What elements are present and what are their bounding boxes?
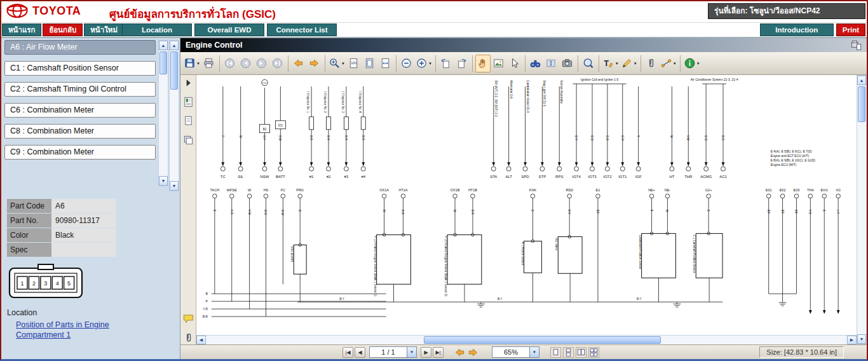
hand-button[interactable] — [475, 55, 491, 72]
back-button[interactable]: ย้อนกลับ — [43, 24, 83, 36]
overall-ewd-button[interactable]: Overall EWD — [194, 24, 264, 36]
scroll-up-button[interactable]: ▲ — [170, 41, 179, 50]
print-page-icon[interactable] — [848, 39, 864, 51]
nav-prev-button[interactable] — [238, 55, 254, 72]
svg-text:Engine ECU (M/T): Engine ECU (M/T) — [771, 163, 797, 167]
svg-text:FC: FC — [281, 188, 285, 192]
previous-page-button[interactable]: ◀ — [355, 347, 365, 358]
introduction-button[interactable]: Introduction — [760, 24, 834, 36]
svg-text:T: T — [604, 59, 609, 68]
layout-cfacing-button[interactable] — [588, 347, 599, 358]
connector-list-item[interactable]: C1 : Camshaft Position Sensor — [4, 61, 156, 76]
layout-cont-button[interactable] — [563, 347, 574, 358]
scroll-right-button[interactable]: ▶ — [847, 336, 857, 344]
nav-first-button[interactable] — [222, 55, 238, 72]
comments-panel-button[interactable] — [182, 312, 195, 325]
scroll-track[interactable] — [206, 336, 847, 344]
horizontal-scrollbar[interactable]: ◀ ▶ — [196, 335, 857, 344]
scroll-thumb[interactable] — [170, 51, 178, 90]
scroll-track[interactable] — [170, 50, 179, 181]
snapshot-button[interactable] — [491, 55, 506, 72]
pencil-button[interactable]: ▼ — [620, 55, 638, 72]
status-bar: |◀ ◀ 1 / 1 ▼ ▶ ▶| 65% ▼ Size: [42.83 * 1… — [180, 344, 867, 359]
nav-last-button[interactable] — [270, 55, 285, 72]
zoom-selector[interactable]: 65% ▼ — [492, 346, 539, 358]
svg-text:EVG: EVG — [820, 188, 828, 192]
dropdown-arrow-icon[interactable]: ▼ — [529, 347, 539, 357]
next-view-button[interactable] — [466, 346, 480, 358]
fit-page-button[interactable] — [362, 55, 377, 72]
scroll-up-button[interactable]: ▲ — [857, 76, 866, 85]
home-button[interactable]: หน้าแรก — [2, 24, 41, 36]
loupe-button[interactable] — [581, 55, 596, 72]
svg-text:B-R: B-R — [203, 315, 208, 318]
svg-text:B-Y: B-Y — [262, 135, 266, 140]
vertical-scrollbar[interactable]: ▲ ▼ — [857, 75, 867, 344]
connector-list-item[interactable]: A6 : Air Flow Meter — [4, 40, 156, 55]
svg-text:Air Conditioner System 21-3, 2: Air Conditioner System 21-3, 21-4 — [691, 78, 738, 81]
scroll-down-button[interactable]: ▼ — [857, 334, 866, 344]
fit-width-button[interactable] — [378, 55, 393, 72]
layers-panel-button[interactable] — [182, 133, 195, 147]
layout-facing-button[interactable] — [576, 347, 587, 358]
diagram-canvas[interactable]: TCPSILWNSWB-YBATTB-W#1B-R#2B-R#3B-R#4B-R… — [196, 75, 857, 344]
scroll-left-button[interactable]: ◀ — [196, 336, 206, 344]
pages-panel-button[interactable] — [182, 114, 195, 128]
zoom-tool-button[interactable]: ▼ — [328, 55, 346, 72]
info-button[interactable]: ▼ — [683, 55, 701, 72]
attachments-panel-button[interactable] — [182, 331, 195, 344]
collapse-panel-button[interactable] — [182, 76, 195, 90]
sidebar-panel-scrollbar[interactable]: ▲ ▼ — [169, 40, 179, 191]
scroll-track[interactable] — [857, 85, 866, 334]
connector-list-item[interactable]: C6 : Combination Meter — [4, 103, 156, 118]
print-button[interactable] — [201, 55, 217, 72]
connector-list-item[interactable]: C2 : Camshaft Timing Oil Control — [4, 82, 156, 97]
dropdown-arrow-icon[interactable]: ▼ — [407, 347, 416, 357]
svg-text:B-Y: B-Y — [498, 297, 502, 301]
paperclip-button[interactable] — [644, 55, 659, 72]
scroll-thumb[interactable] — [858, 86, 865, 122]
save-button[interactable]: ▼ — [183, 55, 201, 72]
scroll-thumb[interactable] — [424, 336, 661, 344]
measure-button[interactable]: ▼ — [660, 55, 677, 72]
previous-view-button[interactable] — [453, 346, 466, 358]
nav-next-button[interactable] — [254, 55, 269, 72]
new-page-button[interactable]: หน้าใหม่ — [84, 24, 124, 36]
select-button[interactable] — [507, 55, 522, 72]
scroll-down-button[interactable]: ▼ — [159, 176, 168, 186]
rotate-left-button[interactable] — [438, 55, 454, 72]
scroll-up-button[interactable]: ▲ — [159, 41, 168, 50]
scroll-track[interactable] — [159, 50, 168, 176]
rotate-right-button[interactable] — [454, 55, 470, 72]
layout-single-button[interactable] — [550, 347, 561, 358]
actual-size-button[interactable]: 100 — [346, 55, 362, 72]
svg-text:Crankshaft Position Sensor: Crankshaft Position Sensor — [639, 235, 642, 269]
page-selector[interactable]: 1 / 1 ▼ — [369, 346, 417, 358]
last-page-button[interactable]: ▶| — [433, 347, 444, 358]
nav-right-group: IntroductionPrint — [760, 24, 865, 36]
print-button[interactable]: Print — [836, 24, 865, 36]
camera-button[interactable] — [560, 55, 575, 72]
scroll-down-button[interactable]: ▼ — [170, 181, 179, 191]
connector-list-button[interactable]: Connector List — [267, 24, 337, 36]
connector-list-item[interactable]: C8 : Combination Meter — [4, 124, 156, 139]
toolbar-separator — [325, 55, 325, 72]
connector-list-item[interactable]: C9 : Combination Meter — [4, 145, 156, 160]
svg-text:HS: HS — [264, 188, 269, 192]
svg-text:W: W — [670, 135, 673, 139]
zoom-out-button[interactable] — [399, 55, 414, 72]
zoom-in-button[interactable]: ▼ — [415, 55, 433, 72]
svg-text:Combination Meter 21-3: Combination Meter 21-3 — [526, 80, 529, 113]
next-page-button[interactable]: ▶ — [421, 347, 431, 358]
location-button[interactable]: Location — [122, 24, 192, 36]
bookmarks-panel-button[interactable] — [182, 95, 195, 109]
location-link[interactable]: Position of Parts in Engine Compartment … — [16, 320, 143, 340]
connector-list-scrollbar[interactable]: ▲ ▼ — [158, 40, 168, 186]
text-select-button[interactable]: I — [544, 55, 559, 72]
highlight-button[interactable]: T▼ — [602, 55, 620, 72]
scroll-thumb[interactable] — [159, 51, 167, 74]
first-page-button[interactable]: |◀ — [342, 347, 353, 358]
view-prev-button[interactable] — [291, 55, 306, 72]
binoculars-button[interactable] — [528, 55, 543, 72]
view-next-button[interactable] — [307, 55, 322, 72]
